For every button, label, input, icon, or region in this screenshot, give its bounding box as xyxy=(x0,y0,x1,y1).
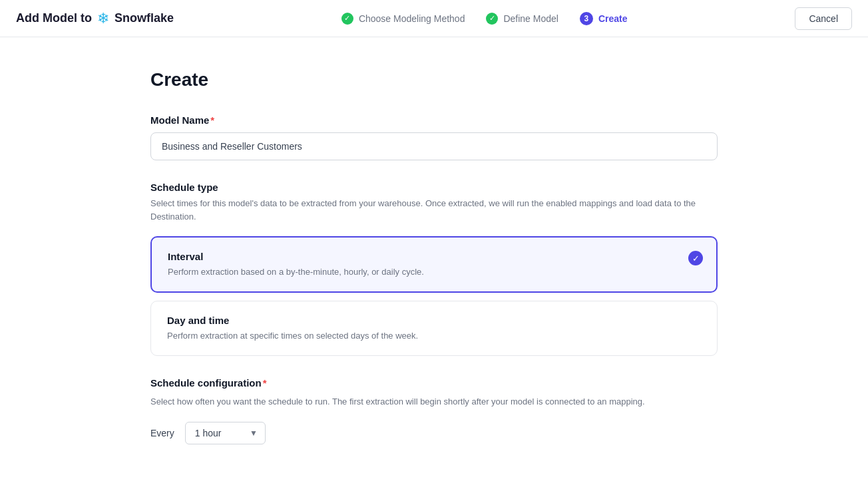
interval-check-icon: ✓ xyxy=(688,251,703,265)
step1-label: Choose Modeling Method xyxy=(359,13,465,24)
step2-check-icon: ✓ xyxy=(486,13,498,25)
app-header: Add Model to ❄ Snowflake ✓ Choose Modeli… xyxy=(0,0,868,37)
model-name-input[interactable] xyxy=(150,132,718,160)
steps-nav: ✓ Choose Modeling Method ✓ Define Model … xyxy=(341,12,628,25)
step-define-model: ✓ Define Model xyxy=(486,13,558,25)
schedule-config-description: Select how often you want the schedule t… xyxy=(150,395,718,408)
schedule-config-section: Schedule configuration* Select how often… xyxy=(150,377,718,444)
interval-option-title: Interval xyxy=(168,251,700,262)
day-time-option-description: Perform extraction at specific times on … xyxy=(167,330,701,342)
step-choose-modeling-method: ✓ Choose Modeling Method xyxy=(341,13,465,25)
every-row: Every 1 hour 30 minutes 1 day 6 hours 12… xyxy=(150,422,718,444)
header-title-brand: Snowflake xyxy=(114,11,174,25)
day-time-option-title: Day and time xyxy=(167,315,701,326)
schedule-config-required: * xyxy=(263,377,267,389)
schedule-type-title: Schedule type xyxy=(150,182,718,193)
schedule-config-label: Schedule configuration* xyxy=(150,377,718,389)
day-time-option-card[interactable]: Day and time Perform extraction at speci… xyxy=(150,301,718,356)
page-title: Create xyxy=(150,69,718,90)
schedule-select[interactable]: 1 hour 30 minutes 1 day 6 hours 12 hours xyxy=(185,422,266,444)
cancel-button[interactable]: Cancel xyxy=(795,7,852,30)
schedule-type-section: Schedule type Select times for this mode… xyxy=(150,182,718,356)
model-name-required: * xyxy=(210,114,214,126)
interval-option-description: Perform extraction based on a by-the-min… xyxy=(168,266,700,278)
model-name-label: Model Name* xyxy=(150,114,718,126)
main-content: Create Model Name* Schedule type Select … xyxy=(134,37,734,489)
snowflake-icon: ❄ xyxy=(97,10,109,27)
step3-number: 3 xyxy=(580,12,593,25)
step-create: 3 Create xyxy=(580,12,628,25)
step3-label: Create xyxy=(598,13,628,24)
interval-option-card[interactable]: Interval Perform extraction based on a b… xyxy=(150,236,718,293)
header-left: Add Model to ❄ Snowflake xyxy=(16,10,174,27)
header-title-prefix: Add Model to xyxy=(16,11,92,25)
model-name-section: Model Name* xyxy=(150,114,718,160)
schedule-select-wrapper: 1 hour 30 minutes 1 day 6 hours 12 hours… xyxy=(185,422,266,444)
step1-check-icon: ✓ xyxy=(341,13,353,25)
schedule-type-description: Select times for this model's data to be… xyxy=(150,197,718,223)
every-label: Every xyxy=(150,428,174,438)
step2-label: Define Model xyxy=(503,13,558,24)
